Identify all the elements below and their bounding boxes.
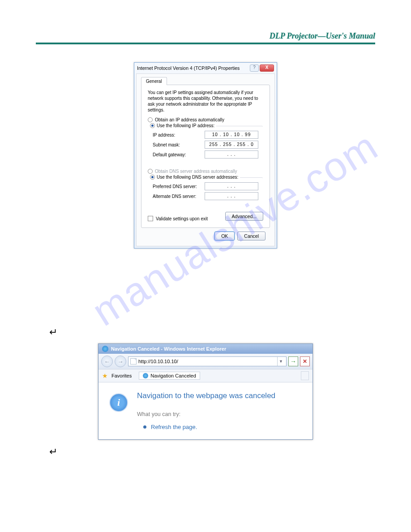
forward-button[interactable]: → bbox=[115, 356, 126, 367]
subnet-mask-input[interactable]: 255 . 255 . 255 . 0 bbox=[205, 141, 258, 149]
dialog-title: Internet Protocol Version 4 (TCP/IPv4) P… bbox=[137, 65, 240, 71]
radio-label: Use the following IP address: bbox=[157, 123, 214, 128]
tab-title: Navigation Canceled bbox=[150, 373, 196, 378]
validate-checkbox-row[interactable]: Validate settings upon exit bbox=[148, 216, 208, 221]
ie-window-title: Navigation Canceled - Windows Internet E… bbox=[111, 346, 226, 352]
browser-tab[interactable]: Navigation Canceled bbox=[139, 372, 200, 380]
what-you-can-try: What you can try: bbox=[137, 411, 275, 417]
preferred-dns-label: Preferred DNS server: bbox=[153, 184, 197, 189]
radio-icon bbox=[148, 169, 153, 174]
back-button[interactable]: ← bbox=[101, 356, 113, 367]
dialog-titlebar[interactable]: Internet Protocol Version 4 (TCP/IPv4) P… bbox=[134, 63, 277, 73]
ie-window: Navigation Canceled - Windows Internet E… bbox=[98, 343, 313, 440]
info-icon: i bbox=[109, 393, 128, 412]
radio-label: Obtain an IP address automatically bbox=[155, 117, 224, 122]
address-bar[interactable]: http://10.10.10.10/ ▼ bbox=[128, 356, 287, 366]
radio-use-following-dns[interactable]: Use the following DNS server addresses: bbox=[148, 175, 240, 180]
ok-button[interactable]: OK bbox=[214, 232, 235, 240]
header-rule bbox=[36, 43, 375, 44]
address-dropdown-icon[interactable]: ▼ bbox=[277, 357, 284, 366]
tab-spacer bbox=[301, 371, 309, 380]
radio-use-following-ip[interactable]: Use the following IP address: bbox=[148, 123, 216, 128]
default-gateway-label: Default gateway: bbox=[153, 152, 186, 157]
default-gateway-input[interactable]: . . . bbox=[205, 150, 258, 159]
ie-logo-icon bbox=[102, 346, 108, 352]
ipv4-properties-dialog: Internet Protocol Version 4 (TCP/IPv4) P… bbox=[134, 62, 277, 249]
alternate-dns-label: Alternate DNS server: bbox=[153, 194, 196, 199]
radio-obtain-dns-auto: Obtain DNS server address automatically bbox=[148, 169, 263, 174]
page-header: DLP Projector—User's Manual bbox=[36, 31, 375, 43]
page-icon bbox=[130, 358, 137, 365]
radio-obtain-ip-auto[interactable]: Obtain an IP address automatically bbox=[148, 117, 263, 122]
advanced-button[interactable]: Advanced... bbox=[225, 212, 263, 221]
help-button[interactable]: ? bbox=[250, 64, 259, 72]
alternate-dns-input[interactable]: . . . bbox=[205, 192, 258, 200]
ip-address-input[interactable]: 10 . 10 . 10 . 99 bbox=[205, 131, 258, 139]
return-arrow-icon: ↵ bbox=[49, 326, 375, 338]
tab-general[interactable]: General bbox=[141, 77, 167, 85]
radio-label: Use the following DNS server addresses: bbox=[157, 175, 238, 180]
go-button[interactable]: → bbox=[288, 356, 298, 366]
star-icon[interactable]: ★ bbox=[102, 372, 108, 379]
ie-nav-bar: ← → http://10.10.10.10/ ▼ → ✕ bbox=[98, 354, 313, 369]
radio-icon bbox=[148, 117, 153, 122]
bullet-icon bbox=[143, 425, 146, 429]
radio-label: Obtain DNS server address automatically bbox=[155, 169, 237, 174]
radio-icon bbox=[150, 123, 155, 128]
ip-address-label: IP address: bbox=[153, 133, 175, 137]
close-button[interactable]: X bbox=[260, 64, 274, 72]
validate-label: Validate settings upon exit bbox=[156, 216, 208, 221]
ie-favorites-bar: ★ Favorites Navigation Canceled bbox=[98, 369, 313, 382]
subnet-mask-label: Subnet mask: bbox=[153, 142, 180, 147]
cancel-button[interactable]: Cancel bbox=[237, 232, 265, 240]
radio-icon bbox=[150, 175, 155, 180]
nav-canceled-heading: Navigation to the webpage was canceled bbox=[137, 391, 275, 400]
ie-logo-icon bbox=[143, 373, 148, 378]
dialog-description: You can get IP settings assigned automat… bbox=[148, 90, 263, 113]
ie-titlebar[interactable]: Navigation Canceled - Windows Internet E… bbox=[98, 344, 313, 354]
address-url: http://10.10.10.10/ bbox=[138, 359, 275, 364]
ie-content-area: i Navigation to the webpage was canceled… bbox=[98, 382, 313, 439]
preferred-dns-input[interactable]: . . . bbox=[205, 182, 258, 190]
stop-button[interactable]: ✕ bbox=[300, 356, 310, 366]
return-arrow-icon: ↵ bbox=[49, 446, 375, 458]
favorites-label[interactable]: Favorites bbox=[111, 373, 132, 378]
checkbox-icon bbox=[148, 216, 153, 221]
refresh-link[interactable]: Refresh the page. bbox=[151, 424, 197, 430]
